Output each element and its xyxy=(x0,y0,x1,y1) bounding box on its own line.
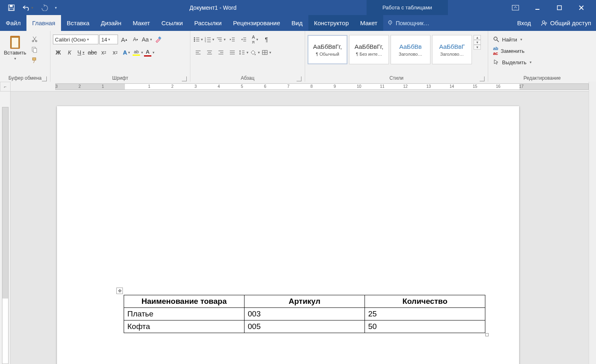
sort-button[interactable]: АЯ xyxy=(250,34,260,45)
styles-scroll-down[interactable]: ▾ xyxy=(474,40,481,45)
change-case-button[interactable]: Aa xyxy=(142,34,152,45)
style-tile-1[interactable]: АаБбВвГг,¶ Без инте… xyxy=(349,35,389,64)
text-effects-button[interactable]: A xyxy=(121,47,132,58)
tab-table-design[interactable]: Конструктор xyxy=(308,15,355,31)
select-button[interactable]: Выделить▾ xyxy=(491,57,534,68)
tab-review[interactable]: Рецензирование xyxy=(227,15,286,31)
share-button[interactable]: Общий доступ xyxy=(536,15,596,31)
table-cell[interactable]: Платье xyxy=(124,308,245,320)
table-cell[interactable]: 50 xyxy=(365,320,485,333)
highlight-button[interactable]: ab xyxy=(133,47,143,58)
style-tile-2[interactable]: АаБбВвЗаголово… xyxy=(391,35,430,64)
copy-button[interactable] xyxy=(29,45,40,54)
tab-file[interactable]: Файл xyxy=(0,15,26,31)
svg-text:3: 3 xyxy=(205,41,206,42)
strikethrough-button[interactable]: abc xyxy=(87,47,98,58)
styles-dialog-launcher[interactable] xyxy=(480,76,485,81)
table-cell[interactable]: 003 xyxy=(245,308,365,320)
line-spacing-button[interactable] xyxy=(238,47,249,58)
close-button[interactable] xyxy=(572,0,590,15)
table-resize-handle[interactable] xyxy=(485,333,489,336)
clear-formatting-button[interactable] xyxy=(153,34,164,45)
tab-layout[interactable]: Макет xyxy=(127,15,155,31)
tab-design[interactable]: Дизайн xyxy=(95,15,127,31)
clipboard-dialog-launcher[interactable] xyxy=(42,76,47,81)
cut-button[interactable] xyxy=(29,34,40,44)
svg-point-7 xyxy=(542,21,545,23)
table-row[interactable]: Кофта00550 xyxy=(124,320,485,333)
subscript-button[interactable]: x2 xyxy=(98,47,109,58)
styles-scroll-up[interactable]: ▴ xyxy=(474,35,481,40)
justify-button[interactable] xyxy=(227,47,238,58)
table-header-cell[interactable]: Артикул xyxy=(245,295,365,308)
styles-expand[interactable]: ▾ xyxy=(474,45,481,50)
find-button[interactable]: Найти▾ xyxy=(491,34,525,45)
table-move-handle[interactable]: ✥ xyxy=(116,288,123,294)
redo-button[interactable] xyxy=(37,0,52,15)
font-size-combo[interactable]: 14 xyxy=(99,35,118,44)
ribbon-display-options-button[interactable] xyxy=(506,0,524,15)
style-tile-0[interactable]: АаБбВвГг,¶ Обычный xyxy=(308,35,347,64)
page[interactable]: ✥ Наименование товараАртикулКоличество П… xyxy=(57,106,519,364)
document-area[interactable]: ✥ Наименование товараАртикулКоличество П… xyxy=(11,92,589,364)
vertical-ruler[interactable] xyxy=(0,92,11,364)
align-right-button[interactable] xyxy=(216,47,226,58)
italic-button[interactable]: К xyxy=(64,47,75,58)
horizontal-ruler[interactable]: 3211234567891011121314151617 xyxy=(11,82,589,92)
svg-rect-2 xyxy=(9,8,13,10)
table-cell[interactable]: 005 xyxy=(245,320,365,333)
shading-button[interactable] xyxy=(250,47,260,58)
show-marks-button[interactable]: ¶ xyxy=(261,34,272,45)
borders-button[interactable] xyxy=(261,47,272,58)
tab-view[interactable]: Вид xyxy=(286,15,308,31)
svg-point-54 xyxy=(494,37,497,40)
table-header-cell[interactable]: Количество xyxy=(365,295,485,308)
underline-button[interactable]: Ч xyxy=(76,47,86,58)
clipboard-icon xyxy=(9,34,21,49)
paragraph-dialog-launcher[interactable] xyxy=(297,76,301,81)
qat-customize-button[interactable]: ▾ xyxy=(52,0,59,15)
shrink-font-button[interactable]: A▾ xyxy=(130,34,141,45)
table-row[interactable]: Платье00325 xyxy=(124,308,485,320)
vertical-scrollbar[interactable] xyxy=(589,82,596,364)
multilevel-list-button[interactable] xyxy=(216,34,226,45)
decrease-indent-button[interactable] xyxy=(227,34,238,45)
table-cell[interactable]: Кофта xyxy=(124,320,245,333)
font-color-button[interactable]: A xyxy=(144,47,155,58)
ruler-corner[interactable]: ⌐ xyxy=(0,82,11,92)
minimize-button[interactable] xyxy=(528,0,546,15)
table-cell[interactable]: 25 xyxy=(365,308,485,320)
numbering-button[interactable]: 123 xyxy=(204,34,215,45)
svg-line-55 xyxy=(497,40,499,42)
superscript-button[interactable]: x2 xyxy=(110,47,120,58)
format-painter-button[interactable] xyxy=(29,55,40,65)
tab-insert[interactable]: Вставка xyxy=(61,15,95,31)
window-title: Документ1 - Word xyxy=(59,4,367,11)
maximize-button[interactable] xyxy=(550,0,568,15)
document-table[interactable]: Наименование товараАртикулКоличество Пла… xyxy=(124,295,485,333)
tell-me-input[interactable]: Помощник… xyxy=(383,15,433,31)
undo-button[interactable] xyxy=(19,0,37,15)
title-bar: ▾ Документ1 - Word Работа с таблицами xyxy=(0,0,596,15)
sign-in-button[interactable]: Вход xyxy=(512,15,536,31)
font-dialog-launcher[interactable] xyxy=(182,76,187,81)
tab-table-layout[interactable]: Макет xyxy=(354,15,383,31)
bold-button[interactable]: Ж xyxy=(53,47,63,58)
save-button[interactable] xyxy=(4,0,19,15)
tab-mailings[interactable]: Рассылки xyxy=(188,15,227,31)
style-tile-3[interactable]: АаБбВвГЗаголово… xyxy=(432,35,472,64)
tab-references[interactable]: Ссылки xyxy=(156,15,189,31)
paste-label: Вставить xyxy=(4,50,26,56)
font-name-combo[interactable]: Calibri (Осно xyxy=(53,35,98,44)
table-header-cell[interactable]: Наименование товара xyxy=(124,295,245,308)
align-center-button[interactable] xyxy=(204,47,215,58)
svg-point-19 xyxy=(194,41,195,42)
replace-button[interactable]: abac Заменить xyxy=(491,46,527,56)
grow-font-button[interactable]: A▴ xyxy=(119,34,129,45)
group-styles: АаБбВвГг,¶ ОбычныйАаБбВвГг,¶ Без инте…Аа… xyxy=(305,31,488,83)
tab-home[interactable]: Главная xyxy=(26,15,61,31)
bullets-button[interactable] xyxy=(193,34,203,45)
paste-button[interactable]: Вставить ▾ xyxy=(2,33,28,62)
align-left-button[interactable] xyxy=(193,47,203,58)
increase-indent-button[interactable] xyxy=(238,34,249,45)
